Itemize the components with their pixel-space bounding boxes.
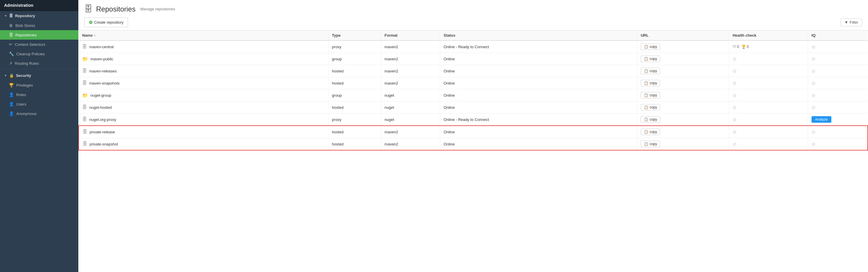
db-icon: 🗄 <box>9 13 13 18</box>
repo-name: maven-snapshots <box>89 81 120 86</box>
create-button-label: Create repository <box>94 20 124 25</box>
repo-name: nuget.org-proxy <box>89 117 116 122</box>
copy-icon: 📋 <box>644 142 648 146</box>
sidebar-item-label: Anonymous <box>16 112 37 116</box>
sidebar-item-roles[interactable]: 👤 Roles <box>0 90 79 99</box>
col-header-health[interactable]: Health check <box>729 30 808 40</box>
plus-icon: ⊕ <box>89 20 93 25</box>
copy-url-button[interactable]: 📋 copy <box>641 104 660 111</box>
repo-name: maven-public <box>90 57 113 61</box>
repo-iq-cell: ⊘ <box>808 101 868 114</box>
repositories-table: Name ↑ Type Format Status URL Health che… <box>79 30 868 150</box>
copy-label: copy <box>650 93 657 97</box>
col-header-name[interactable]: Name ↑ <box>79 30 328 40</box>
group-label: Security <box>16 73 31 78</box>
sidebar-divider <box>0 69 79 69</box>
copy-url-button[interactable]: 📋 copy <box>641 92 660 98</box>
table-row: 📁 nuget-group group nuget Online 📋 copy … <box>79 89 868 101</box>
sidebar-item-label: Roles <box>16 93 26 97</box>
disabled-iq-icon: ⊘ <box>811 105 815 110</box>
repo-status-cell: Online <box>440 77 637 89</box>
col-header-format[interactable]: Format <box>381 30 440 40</box>
copy-icon: 📋 <box>644 130 648 134</box>
title-row: 🗄 Repositories Manage repositories <box>84 4 862 14</box>
col-header-iq[interactable]: IQ <box>808 30 868 40</box>
repo-health-cell: ⊘ <box>729 126 808 138</box>
repo-name: maven-central <box>89 44 114 49</box>
repo-health-cell: ⊘ <box>729 65 808 77</box>
disabled-health-icon: ⊘ <box>733 129 737 134</box>
table-row: 🗄 nuget.org-proxy proxy nuget Online - R… <box>79 114 868 126</box>
copy-url-button[interactable]: 📋 copy <box>641 43 660 50</box>
sidebar-group-security[interactable]: ▼ 🔒 Security <box>0 71 79 81</box>
copy-url-button[interactable]: 📋 copy <box>641 116 660 123</box>
sidebar-item-label: Users <box>16 102 26 107</box>
sidebar-item-repositories[interactable]: 🗄 Repositories <box>0 30 79 40</box>
repo-url-cell: 📋 copy <box>637 65 729 77</box>
filter-icon: ▼ <box>844 20 848 25</box>
sidebar-group-repository[interactable]: ▼ 🗄 Repository <box>0 11 79 21</box>
filter-button[interactable]: ▼ Filter <box>840 18 862 26</box>
disabled-iq-icon: ⊘ <box>811 44 815 49</box>
repo-type-cell: hosted <box>328 77 381 89</box>
copy-label: copy <box>650 105 657 110</box>
repo-format-cell: maven2 <box>381 126 440 138</box>
repo-name: maven-releases <box>89 69 117 73</box>
collapse-arrow: ▼ <box>4 14 7 18</box>
copy-icon: 📋 <box>644 81 648 85</box>
sidebar-item-anonymous[interactable]: 👤 Anonymous <box>0 109 79 118</box>
copy-url-button[interactable]: 📋 copy <box>641 129 660 135</box>
repo-format-cell: maven2 <box>381 53 440 65</box>
sidebar-item-content-selectors[interactable]: ✂ Content Selectors <box>0 40 79 49</box>
sidebar-item-privileges[interactable]: 🏆 Privileges <box>0 81 79 90</box>
copy-url-button[interactable]: 📋 copy <box>641 141 660 147</box>
repo-format-cell: nuget <box>381 89 440 101</box>
repositories-page-icon: 🗄 <box>84 4 93 14</box>
copy-url-button[interactable]: 📋 copy <box>641 56 660 62</box>
disabled-health-icon: ⊘ <box>733 93 737 98</box>
repo-health-cell: 🛡 0 🏆 0 <box>729 40 808 53</box>
repo-type-icon: 🗄 <box>82 105 87 110</box>
repo-name-cell: 🗄 private-release <box>79 126 328 138</box>
health-icons: 🛡 0 🏆 0 <box>733 44 804 49</box>
sidebar-repository-section: ▼ 🗄 Repository 🖥 Blob Stores 🗄 Repositor… <box>0 11 79 68</box>
sidebar-item-routing-rules[interactable]: ↗ Routing Rules <box>0 59 79 68</box>
table-row: 🗄 private-release hosted maven2 Online 📋… <box>79 126 868 138</box>
copy-icon: 📋 <box>644 57 648 61</box>
repo-url-cell: 📋 copy <box>637 101 729 114</box>
col-header-type[interactable]: Type <box>328 30 381 40</box>
repo-url-cell: 📋 copy <box>637 53 729 65</box>
sidebar-item-label: Cleanup Policies <box>16 52 45 56</box>
sidebar-item-users[interactable]: 👤 Users <box>0 99 79 109</box>
create-repository-button[interactable]: ⊕ Create repository <box>84 18 128 27</box>
repositories-icon: 🗄 <box>9 32 13 37</box>
filter-label: Filter <box>850 20 858 25</box>
sidebar-item-cleanup-policies[interactable]: 🔧 Cleanup Policies <box>0 49 79 59</box>
repo-iq-cell: Analyze <box>808 114 868 126</box>
repo-name-cell: 🗄 maven-central <box>79 40 328 53</box>
repo-name-cell: 📁 maven-public <box>79 53 328 65</box>
copy-label: copy <box>650 69 657 73</box>
repo-url-cell: 📋 copy <box>637 40 729 53</box>
roles-icon: 👤 <box>9 92 14 97</box>
copy-url-button[interactable]: 📋 copy <box>641 80 660 86</box>
table-row: 🗄 maven-releases hosted maven2 Online 📋 … <box>79 65 868 77</box>
col-header-url[interactable]: URL <box>637 30 729 40</box>
shield-badge: 🛡 0 <box>733 44 739 49</box>
sidebar-item-blob-stores[interactable]: 🖥 Blob Stores <box>0 21 79 30</box>
sidebar-header: Administration <box>0 0 79 11</box>
table-row: 📁 maven-public group maven2 Online 📋 cop… <box>79 53 868 65</box>
repo-type-cell: hosted <box>328 126 381 138</box>
col-header-status[interactable]: Status <box>440 30 637 40</box>
repo-iq-cell: ⊘ <box>808 126 868 138</box>
analyze-button[interactable]: Analyze <box>811 116 831 123</box>
repo-format-cell: nuget <box>381 114 440 126</box>
sidebar-security-section: ▼ 🔒 Security 🏆 Privileges 👤 Roles 👤 User… <box>0 71 79 118</box>
table-body: 🗄 maven-central proxy maven2 Online - Re… <box>79 40 868 150</box>
repo-url-cell: 📋 copy <box>637 138 729 150</box>
repo-type-cell: proxy <box>328 114 381 126</box>
repo-type-cell: group <box>328 89 381 101</box>
security-icon: 🔒 <box>9 73 14 78</box>
repo-name: nuget-hosted <box>89 105 112 110</box>
copy-url-button[interactable]: 📋 copy <box>641 68 660 74</box>
